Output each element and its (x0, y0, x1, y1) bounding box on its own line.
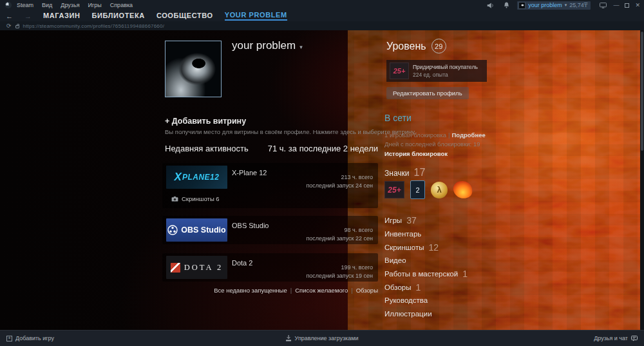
game-ban-line: 1 игровая блокировка|Подробнее (384, 131, 486, 139)
obs-capsule-image[interactable]: OBS Studio (166, 218, 227, 242)
game-row-xplane12[interactable]: X PLANE12 X-Plane 12 213 ч. всего послед… (162, 163, 378, 208)
featured-badge-xp: 224 ед. опыта (413, 72, 478, 78)
badge-25-icon: 25+ (390, 62, 409, 79)
game-row-obs-studio[interactable]: OBS Studio OBS Studio 98 ч. всего послед… (162, 216, 378, 244)
ban-separator: | (448, 131, 450, 139)
badge-flame-icon[interactable] (453, 180, 473, 200)
reload-icon[interactable]: ⟳ (6, 23, 12, 29)
sidebar-item-guides[interactable]: Руководства (384, 294, 488, 307)
xplane12-capsule-image[interactable]: X PLANE12 (166, 166, 227, 189)
announcements-icon[interactable] (486, 2, 495, 9)
lock-icon (15, 25, 19, 28)
menu-steam[interactable]: Steam (17, 2, 33, 8)
game-last-launch: последний запуск 22 сен (306, 235, 373, 242)
sidebar-item-artwork[interactable]: Иллюстрации (384, 307, 488, 321)
menu-label: Игры (384, 216, 402, 224)
game-last-launch: последний запуск 24 сен (306, 182, 373, 189)
game-last-launch: последний запуск 19 сен (306, 273, 373, 279)
menu-view[interactable]: Вид (42, 2, 52, 8)
maximize-button[interactable] (625, 3, 629, 8)
game-title[interactable]: X-Plane 12 (232, 169, 267, 177)
game-title[interactable]: Dota 2 (232, 259, 252, 267)
link-separator: | (290, 287, 292, 294)
menu-label: Видео (384, 256, 406, 264)
screenshots-count-label: Скриншоты 6 (182, 195, 220, 202)
level-row: Уровень 29 (386, 39, 446, 53)
wallet-balance: 25,74₸ (569, 2, 587, 8)
obs-logo-icon (167, 225, 178, 235)
notifications-bell-icon[interactable] (502, 2, 511, 9)
add-game-button[interactable]: + Добавить игру (6, 335, 54, 341)
badges-count: 17 (414, 167, 426, 178)
sidebar-item-reviews[interactable]: Обзоры 1 (384, 280, 488, 294)
minimize-button[interactable]: — (613, 2, 619, 8)
nav-profile-active[interactable]: YOUR PROBLEM (225, 11, 287, 21)
menu-friends[interactable]: Друзья (61, 2, 79, 8)
chevron-down-icon: ▾ (565, 3, 567, 8)
sidebar-item-workshop[interactable]: Работы в мастерской 1 (384, 267, 488, 281)
downloads-label: Управление загрузками (295, 335, 359, 341)
badges-label: Значки (384, 169, 410, 178)
urlbar: ⟳ https://steamcommunity.com/profiles/76… (0, 21, 644, 30)
badge-25plus-icon[interactable]: 25+ (384, 181, 404, 198)
link-all-recent[interactable]: Все недавно запущенные (214, 287, 287, 294)
xplane-logo-text: PLANE12 (182, 173, 220, 182)
url-text[interactable]: https://steamcommunity.com/profiles/7656… (23, 23, 165, 29)
badges-header[interactable]: Значки 17 (384, 167, 425, 178)
recent-activity-hours: 71 ч. за последние 2 недели (268, 144, 378, 153)
download-icon (286, 335, 292, 341)
menu-help[interactable]: Справка (110, 2, 133, 8)
featured-badge-name: Придирчивый покупатель (413, 64, 478, 70)
showcase-description: Вы получили место для витрины в своём пр… (165, 128, 416, 135)
badge-lambda-icon[interactable]: λ (431, 182, 448, 198)
friends-chat-button[interactable]: Друзья и чат (594, 335, 638, 341)
edit-profile-button[interactable]: Редактировать профиль (386, 87, 469, 99)
badges-row: 25+ 2 λ (384, 180, 472, 199)
ban-details-link[interactable]: Подробнее (451, 131, 485, 139)
navbar: ← → МАГАЗИН БИБЛИОТЕКА СООБЩЕСТВО YOUR P… (0, 10, 644, 21)
menu-count: 12 (428, 242, 439, 253)
profile-name-row[interactable]: your problem ▾ (232, 39, 303, 52)
forward-arrow-icon[interactable]: → (24, 12, 32, 20)
friends-chat-label: Друзья и чат (594, 335, 628, 341)
sidebar-item-games[interactable]: Игры 37 (384, 214, 488, 227)
profile-page-content: your problem ▾ Уровень 29 25+ Придирчивы… (0, 30, 644, 330)
account-avatar (518, 2, 526, 9)
scrollbar-thumb[interactable] (641, 32, 643, 151)
menu-games[interactable]: Игры (88, 2, 102, 8)
link-wishlist[interactable]: Список желаемого (295, 287, 348, 294)
dota2-capsule-image[interactable]: DOTA 2 (166, 256, 227, 279)
sidebar-item-videos[interactable]: Видео (384, 254, 488, 267)
downloads-button[interactable]: Управление загрузками (286, 335, 359, 341)
link-separator: | (351, 287, 352, 294)
game-row-dota2[interactable]: DOTA 2 Dota 2 199 ч. всего последний зап… (162, 253, 378, 282)
link-reviews[interactable]: Обзоры (356, 287, 378, 294)
scrollbar[interactable] (640, 30, 644, 330)
profile-avatar[interactable] (165, 41, 222, 97)
nav-store[interactable]: МАГАЗИН (43, 12, 80, 20)
add-showcase-link[interactable]: + Добавить витрину (165, 117, 246, 126)
game-screenshots-link[interactable]: Скриншоты 6 (171, 195, 220, 202)
profile-name: your problem (232, 39, 296, 52)
nav-community[interactable]: СООБЩЕСТВО (156, 12, 213, 20)
account-dropdown[interactable]: your problem ▾ 25,74₸ (517, 1, 591, 10)
menu-count: 1 (462, 269, 468, 279)
level-badge[interactable]: 29 (431, 39, 446, 53)
sidebar-item-inventory[interactable]: Инвентарь (384, 227, 488, 241)
sidebar-item-screenshots[interactable]: Скриншоты 12 (384, 240, 488, 254)
game-ban-count: 1 игровая блокировка (384, 131, 446, 139)
game-title[interactable]: OBS Studio (232, 222, 269, 229)
big-picture-icon[interactable] (598, 2, 607, 9)
featured-badge[interactable]: 25+ Придирчивый покупатель 224 ед. опыта (386, 60, 487, 82)
game-hours: 98 ч. всего (306, 227, 373, 233)
recent-activity-links: Все недавно запущенные|Список желаемого|… (214, 287, 378, 294)
xplane-logo-x: X (175, 171, 182, 184)
bottombar: + Добавить игру Управление загрузками Др… (0, 330, 644, 346)
menu-label: Инвентарь (384, 230, 421, 238)
close-button[interactable]: ✕ (635, 2, 640, 8)
nav-library[interactable]: БИБЛИОТЕКА (92, 12, 145, 20)
ban-history-link[interactable]: История блокировок (384, 150, 448, 157)
badge-years-of-service-icon[interactable]: 2 (410, 180, 425, 199)
menu-label: Скриншоты (384, 244, 424, 251)
back-arrow-icon[interactable]: ← (6, 12, 13, 20)
